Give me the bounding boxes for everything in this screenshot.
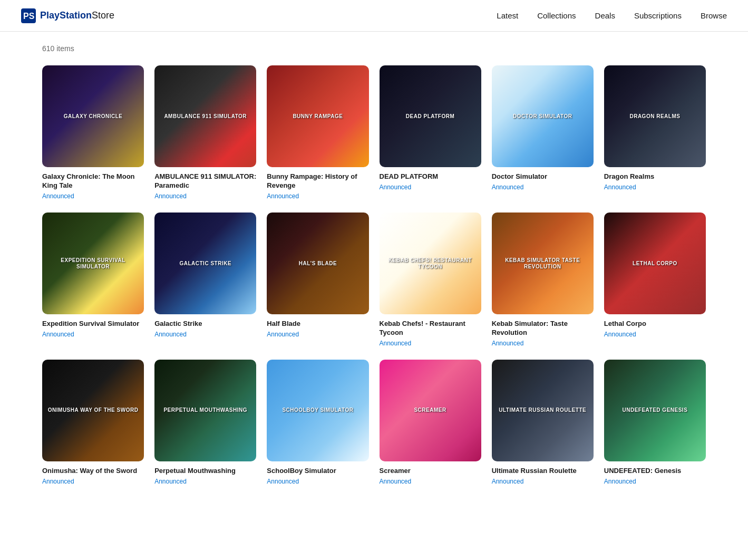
main-content: 610 items Galaxy Chronicle Galaxy Chroni… (0, 32, 748, 498)
game-thumb-galactic-strike: GALACTIC STRIKE (154, 213, 256, 314)
game-title-undefeated-genesis: UNDEFEATED: Genesis (604, 467, 706, 476)
game-card-kebab-simulator[interactable]: Kebab Simulator Taste Revolution Kebab S… (492, 213, 594, 347)
game-status-dead-platform: Announced (380, 184, 481, 191)
game-title-galactic-strike: Galactic Strike (154, 320, 256, 329)
game-card-onimusha[interactable]: ONIMUSHA Way of the Sword Onimusha: Way … (42, 360, 144, 485)
nav-browse[interactable]: Browse (701, 11, 727, 20)
game-status-schoolboy-simulator: Announced (267, 478, 368, 485)
game-title-expedition-survival: Expedition Survival Simulator (42, 320, 144, 329)
game-thumb-dead-platform: DEAD PLATFORM (380, 65, 481, 167)
nav-deals[interactable]: Deals (595, 11, 615, 20)
game-title-schoolboy-simulator: SchoolBoy Simulator (267, 467, 368, 476)
game-card-dragon-realms[interactable]: Dragon Realms Dragon Realms Announced (604, 65, 706, 200)
game-thumb-kebab-chefs: Kebab Chefs! Restaurant Tycoon (380, 213, 481, 314)
game-card-kebab-chefs[interactable]: Kebab Chefs! Restaurant Tycoon Kebab Che… (380, 213, 481, 347)
game-title-ambulance-911: AMBULANCE 911 SIMULATOR: Paramedic (154, 172, 256, 190)
game-card-undefeated-genesis[interactable]: UNDEFEATED GENESIS UNDEFEATED: Genesis A… (604, 360, 706, 485)
game-card-dead-platform[interactable]: DEAD PLATFORM DEAD PLATFORM Announced (380, 65, 481, 200)
game-title-kebab-simulator: Kebab Simulator: Taste Revolution (492, 320, 594, 337)
game-title-doctor-simulator: Doctor Simulator (492, 172, 594, 181)
game-status-kebab-simulator: Announced (492, 340, 594, 347)
game-thumb-kebab-simulator: Kebab Simulator Taste Revolution (492, 213, 594, 314)
game-status-undefeated-genesis: Announced (604, 478, 706, 485)
game-title-dragon-realms: Dragon Realms (604, 172, 706, 181)
game-title-bunny-rampage: Bunny Rampage: History of Revenge (267, 172, 368, 190)
game-title-lethal-corpo: Lethal Corpo (604, 320, 706, 329)
game-title-galaxy-chronicle: Galaxy Chronicle: The Moon King Tale (42, 172, 144, 190)
nav-latest[interactable]: Latest (497, 11, 518, 20)
game-card-ultimate-russian-roulette[interactable]: Ultimate Russian Roulette Ultimate Russi… (492, 360, 594, 485)
game-thumb-onimusha: ONIMUSHA Way of the Sword (42, 360, 144, 461)
svg-text:PS: PS (23, 12, 35, 21)
game-card-lethal-corpo[interactable]: LETHAL CORPO Lethal Corpo Announced (604, 213, 706, 347)
game-card-expedition-survival[interactable]: EXPEDITION Survival Simulator Expedition… (42, 213, 144, 347)
game-status-onimusha: Announced (42, 478, 144, 485)
game-title-half-blade: Half Blade (267, 320, 368, 329)
game-title-perpetual-mouthwashing: Perpetual Mouthwashing (154, 467, 256, 476)
game-thumb-lethal-corpo: LETHAL CORPO (604, 213, 706, 314)
game-status-half-blade: Announced (267, 331, 368, 338)
game-thumb-doctor-simulator: DOCTOR SIMULATOR (492, 65, 594, 167)
game-card-screamer[interactable]: SCREAMER Screamer Announced (380, 360, 481, 485)
playstation-logo-icon: PS (21, 8, 36, 23)
game-title-onimusha: Onimusha: Way of the Sword (42, 467, 144, 476)
game-card-doctor-simulator[interactable]: DOCTOR SIMULATOR Doctor Simulator Announ… (492, 65, 594, 200)
game-thumb-half-blade: HAL'S BLADE (267, 213, 368, 314)
game-status-galactic-strike: Announced (154, 331, 256, 338)
game-card-ambulance-911[interactable]: AMBULANCE 911 SIMULATOR AMBULANCE 911 SI… (154, 65, 256, 200)
game-title-ultimate-russian-roulette: Ultimate Russian Roulette (492, 467, 594, 476)
game-status-lethal-corpo: Announced (604, 331, 706, 338)
game-title-kebab-chefs: Kebab Chefs! - Restaurant Tycoon (380, 320, 481, 337)
game-thumb-screamer: SCREAMER (380, 360, 481, 461)
game-title-screamer: Screamer (380, 467, 481, 476)
header: PS PlayStationStore Latest Collections D… (0, 0, 748, 32)
game-thumb-dragon-realms: Dragon Realms (604, 65, 706, 167)
game-thumb-expedition-survival: EXPEDITION Survival Simulator (42, 213, 144, 314)
game-status-screamer: Announced (380, 478, 481, 485)
game-card-galaxy-chronicle[interactable]: Galaxy Chronicle Galaxy Chronicle: The M… (42, 65, 144, 200)
game-card-perpetual-mouthwashing[interactable]: PERPETUAL MOUTHWASHING Perpetual Mouthwa… (154, 360, 256, 485)
game-card-schoolboy-simulator[interactable]: SchoolBoy Simulator SchoolBoy Simulator … (267, 360, 368, 485)
game-card-bunny-rampage[interactable]: Bunny Rampage Bunny Rampage: History of … (267, 65, 368, 200)
game-status-galaxy-chronicle: Announced (42, 192, 144, 200)
game-status-ultimate-russian-roulette: Announced (492, 478, 594, 485)
main-nav: Latest Collections Deals Subscriptions B… (497, 11, 727, 20)
game-status-bunny-rampage: Announced (267, 192, 368, 200)
game-status-ambulance-911: Announced (154, 192, 256, 200)
game-status-dragon-realms: Announced (604, 184, 706, 191)
game-thumb-galaxy-chronicle: Galaxy Chronicle (42, 65, 144, 167)
game-status-doctor-simulator: Announced (492, 184, 594, 191)
game-title-dead-platform: DEAD PLATFORM (380, 172, 481, 181)
game-card-half-blade[interactable]: HAL'S BLADE Half Blade Announced (267, 213, 368, 347)
logo-playstation: PlayStationStore (40, 10, 114, 21)
game-thumb-ultimate-russian-roulette: Ultimate Russian Roulette (492, 360, 594, 461)
game-thumb-bunny-rampage: Bunny Rampage (267, 65, 368, 167)
game-thumb-ambulance-911: AMBULANCE 911 SIMULATOR (154, 65, 256, 167)
logo-area: PS PlayStationStore (21, 8, 114, 23)
item-count: 610 items (42, 44, 706, 53)
game-status-perpetual-mouthwashing: Announced (154, 478, 256, 485)
game-grid: Galaxy Chronicle Galaxy Chronicle: The M… (42, 65, 706, 485)
game-thumb-schoolboy-simulator: SchoolBoy Simulator (267, 360, 368, 461)
game-card-galactic-strike[interactable]: GALACTIC STRIKE Galactic Strike Announce… (154, 213, 256, 347)
game-thumb-undefeated-genesis: UNDEFEATED GENESIS (604, 360, 706, 461)
game-status-expedition-survival: Announced (42, 331, 144, 338)
nav-collections[interactable]: Collections (537, 11, 576, 20)
game-status-kebab-chefs: Announced (380, 340, 481, 347)
game-thumb-perpetual-mouthwashing: PERPETUAL MOUTHWASHING (154, 360, 256, 461)
nav-subscriptions[interactable]: Subscriptions (634, 11, 682, 20)
